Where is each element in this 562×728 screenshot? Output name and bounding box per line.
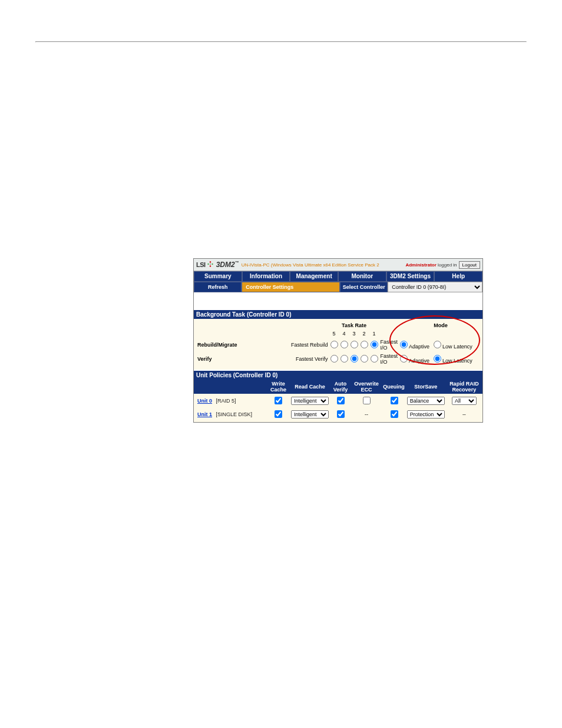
login-status: Administrator logged in	[405, 262, 457, 268]
menu-information[interactable]: Information	[242, 271, 290, 282]
titlebar: LSI 3DM2™ UN-IVista-PC (Windows Vista Ul…	[194, 259, 482, 271]
os-info: UN-IVista-PC (Windows Vista Ultimate x64…	[242, 262, 379, 268]
svg-point-1	[207, 263, 209, 265]
login-suffix: logged in	[437, 262, 457, 268]
task-rate-label: Task Rate	[329, 321, 379, 330]
menu-management[interactable]: Management	[290, 271, 338, 282]
app-window: LSI 3DM2™ UN-IVista-PC (Windows Vista Ul…	[193, 258, 483, 423]
trademark: ™	[235, 261, 239, 265]
rebuild-mode-adaptive[interactable]	[400, 341, 408, 348]
unit1-read-cache[interactable]: Intelligent	[291, 410, 329, 419]
tick-3: 3	[349, 330, 359, 338]
mode-low-text: Low Latency	[442, 344, 472, 350]
verify-rate-4[interactable]	[340, 355, 348, 363]
task-row-rebuild: Rebuild/Migrate Fastest Rebuild Fastest …	[194, 338, 482, 352]
unit1-raid: [SINGLE DISK]	[216, 411, 253, 417]
task-rate-table: Task Rate Mode 5 4 3 2 1 Rebuild/Migrat	[194, 321, 482, 366]
svg-point-4	[210, 263, 211, 265]
verify-rate-2[interactable]	[361, 355, 368, 363]
rebuild-rate-1[interactable]	[371, 341, 378, 348]
background-task-area: Task Rate Mode 5 4 3 2 1 Rebuild/Migrat	[194, 319, 482, 370]
col-queuing: Queuing	[382, 380, 406, 394]
menu-controller-settings[interactable]: Controller Settings	[242, 282, 340, 292]
verify-mode-adaptive[interactable]	[400, 355, 408, 363]
product-name: 3DM2™	[216, 261, 239, 269]
verify-mode-adaptive-label[interactable]: Adaptive	[400, 358, 429, 364]
rebuild-mode-low[interactable]	[434, 341, 441, 348]
unit1-link[interactable]: Unit 1	[197, 411, 212, 417]
menu-summary[interactable]: Summary	[194, 271, 242, 282]
mode-low-text-2: Low Latency	[442, 358, 472, 364]
menu-monitor[interactable]: Monitor	[338, 271, 386, 282]
rebuild-rate-4[interactable]	[340, 341, 348, 348]
task-rate-header-row: Task Rate Mode	[194, 321, 482, 330]
menu-row-secondary: Refresh Controller Settings Select Contr…	[194, 282, 482, 292]
col-overwrite-ecc: Overwrite ECC	[351, 380, 382, 394]
product-text: 3DM2	[216, 261, 235, 269]
verify-rate-5[interactable]	[330, 355, 338, 363]
menu-row-primary: Summary Information Management Monitor 3…	[194, 271, 482, 282]
task-row-verify: Verify Fastest Verify Fastest I/O Adapti…	[194, 352, 482, 366]
unit1-write-cache[interactable]	[275, 410, 282, 418]
unit-policies-table: Write Cache Read Cache Auto Verify Overw…	[194, 380, 482, 421]
rebuild-left-hint: Fastest Rebuild	[280, 338, 329, 352]
unit0-raid: [RAID 5]	[216, 398, 236, 404]
verify-rate-1[interactable]	[371, 355, 378, 363]
svg-point-2	[211, 263, 213, 265]
unit1-overwrite-ecc: --	[351, 407, 382, 421]
unit0-rapid-raid[interactable]: All	[452, 397, 477, 405]
verify-mode-low-label[interactable]: Low Latency	[434, 358, 472, 364]
task-rate-ticks-row: 5 4 3 2 1	[194, 330, 482, 338]
logo-decoration-icon	[207, 261, 214, 269]
col-read-cache: Read Cache	[290, 380, 330, 394]
tick-4: 4	[339, 330, 349, 338]
verify-right-hint: Fastest I/O	[379, 352, 399, 366]
menu-help[interactable]: Help	[434, 271, 482, 282]
mode-adaptive-text-2: Adaptive	[409, 358, 429, 364]
verify-rate-3[interactable]	[351, 355, 358, 363]
unit0-overwrite-ecc[interactable]	[363, 397, 371, 404]
unit-policies-area: Write Cache Read Cache Auto Verify Overw…	[194, 380, 482, 422]
tick-2: 2	[359, 330, 369, 338]
col-storsave: StorSave	[406, 380, 446, 394]
col-write-cache: Write Cache	[267, 380, 290, 394]
policies-header-row: Write Cache Read Cache Auto Verify Overw…	[194, 380, 482, 394]
controller-select[interactable]: Controller ID 0 (970-8I)	[388, 283, 482, 292]
tick-1: 1	[369, 330, 379, 338]
rebuild-right-hint: Fastest I/O	[379, 338, 399, 352]
unit1-auto-verify[interactable]	[337, 410, 345, 418]
rebuild-mode-adaptive-label[interactable]: Adaptive	[400, 344, 429, 350]
unit0-queuing[interactable]	[391, 397, 398, 404]
unit0-write-cache[interactable]	[275, 397, 282, 404]
svg-point-0	[209, 261, 210, 262]
rebuild-rate-3[interactable]	[351, 341, 358, 348]
unit0-auto-verify[interactable]	[337, 397, 345, 404]
logout-button[interactable]: Logout	[459, 261, 480, 269]
col-unit	[194, 380, 267, 394]
mode-label: Mode	[399, 321, 482, 330]
policies-row-unit1: Unit 1 [SINGLE DISK] Intelligent -- Prot…	[194, 407, 482, 421]
unit1-queuing[interactable]	[391, 410, 398, 418]
logo-lsi: LSI	[196, 261, 206, 268]
col-auto-verify: Auto Verify	[330, 380, 351, 394]
policies-row-unit0: Unit 0 [RAID 5] Intelligent Balance All	[194, 394, 482, 407]
menu-3dm2-settings[interactable]: 3DM2 Settings	[386, 271, 435, 282]
rebuild-mode-low-label[interactable]: Low Latency	[434, 344, 472, 350]
col-rapid-raid: Rapid RAID Recovery	[446, 380, 482, 394]
unit0-read-cache[interactable]: Intelligent	[291, 397, 329, 405]
login-user: Administrator	[405, 262, 436, 268]
menu-refresh[interactable]: Refresh	[194, 282, 242, 292]
unit0-link[interactable]: Unit 0	[197, 398, 212, 404]
unit0-storsave[interactable]: Balance	[407, 397, 445, 405]
svg-point-3	[209, 265, 210, 266]
verify-left-hint: Fastest Verify	[280, 352, 329, 366]
verify-label: Verify	[194, 352, 280, 366]
menu-select-controller-label: Select Controller	[340, 282, 388, 292]
unit1-rapid-raid: --	[446, 407, 482, 421]
unit1-storsave[interactable]: Protection	[407, 410, 445, 419]
unit-policies-header: Unit Policies (Controller ID 0)	[194, 371, 482, 380]
rebuild-rate-5[interactable]	[330, 341, 338, 348]
rebuild-rate-2[interactable]	[361, 341, 368, 348]
tick-5: 5	[329, 330, 339, 338]
verify-mode-low[interactable]	[434, 355, 441, 363]
